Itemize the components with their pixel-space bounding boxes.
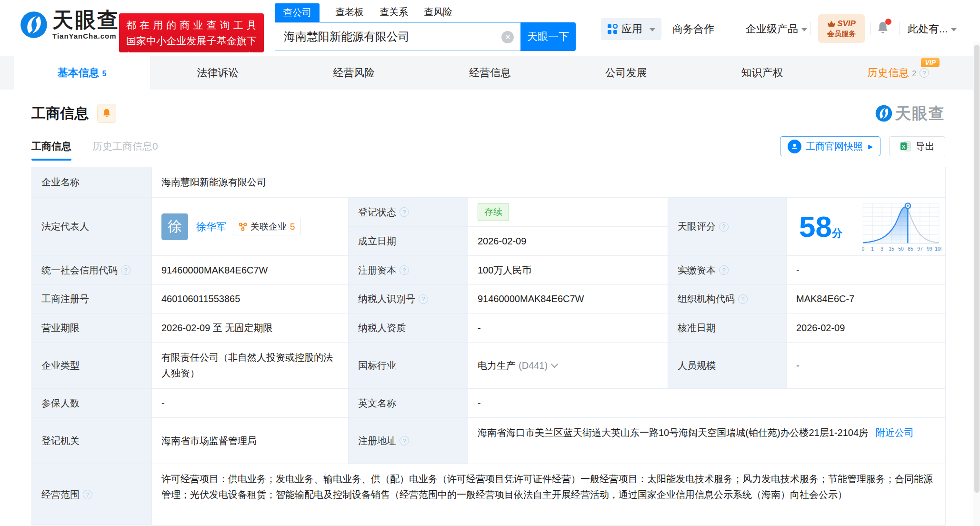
logo-swirl-icon <box>875 105 892 122</box>
nav-enterprise[interactable]: 企业级产品 <box>746 18 807 40</box>
related-companies-badge[interactable]: 关联企业 5 <box>233 218 301 235</box>
field-value-credit-code: 91460000MAK84E6C7W <box>152 256 349 285</box>
svg-text:97: 97 <box>917 246 923 251</box>
stamp-icon <box>788 140 801 153</box>
field-label-taxpayer-id: 纳税人识别号? <box>349 285 468 314</box>
logo-title: 天眼查 <box>52 10 120 30</box>
svip-member-button[interactable]: SVIP 会员服务 <box>818 14 865 43</box>
field-label-est-date: 成立日期 <box>349 227 468 256</box>
field-label-org-code: 组织机构代码? <box>668 285 787 314</box>
business-info-table: 企业名称 海南慧阳新能源有限公司 法定代表人 徐 徐华军 关联企业 5 登记状态… <box>31 167 945 526</box>
official-snapshot-button[interactable]: 工商官网快照 ▶ <box>780 136 880 156</box>
help-icon[interactable]: ? <box>400 207 409 217</box>
subscribe-bell-button[interactable] <box>97 104 116 123</box>
nearby-companies-link[interactable]: 附近公司 <box>876 427 914 438</box>
field-value-insured-count: - <box>152 389 349 418</box>
legal-rep-link[interactable]: 徐华军 <box>196 220 226 233</box>
tab-legal[interactable]: 法律诉讼 <box>150 56 286 90</box>
industry-code: (D441) <box>519 360 548 371</box>
tab-basic-info[interactable]: 基本信息 5 <box>14 56 150 90</box>
help-icon[interactable]: ? <box>121 265 130 275</box>
logo-swirl-icon <box>20 11 48 39</box>
related-count: 5 <box>290 222 295 232</box>
export-label: 导出 <box>916 140 935 153</box>
search-button[interactable]: 天眼一下 <box>520 22 576 51</box>
svip-service-label: 会员服务 <box>827 30 856 39</box>
field-value-legal-rep: 徐 徐华军 关联企业 5 <box>152 198 349 256</box>
tab-operation-risk[interactable]: 经营风险 <box>286 56 422 90</box>
help-icon[interactable]: ? <box>419 294 428 304</box>
help-icon[interactable]: ? <box>400 436 409 445</box>
tianyancha-logo[interactable]: 天眼查 TianYanCha.com <box>20 10 120 40</box>
tab-count: 2 <box>912 70 916 78</box>
tab-intellectual-property[interactable]: 知识产权 <box>694 56 830 90</box>
help-icon[interactable]: ? <box>400 265 409 275</box>
svg-text:1: 1 <box>871 246 874 251</box>
svg-text:15: 15 <box>889 246 894 251</box>
avatar[interactable]: 徐 <box>161 213 188 240</box>
scrollbar[interactable] <box>973 42 980 526</box>
field-value-reg-capital: 100万人民币 <box>468 256 668 285</box>
scrollbar-thumb[interactable] <box>974 45 980 493</box>
search-tab-risk[interactable]: 查风险 <box>424 6 452 22</box>
chevron-down-icon <box>801 28 807 31</box>
tab-operation-info[interactable]: 经营信息 <box>422 56 558 90</box>
svg-text:0: 0 <box>861 246 864 251</box>
export-button[interactable]: X 导出 <box>889 136 945 156</box>
notification-dot <box>885 19 891 25</box>
excel-icon: X <box>900 141 911 152</box>
search-tab-boss[interactable]: 查老板 <box>335 6 364 22</box>
search-input[interactable] <box>275 30 485 43</box>
chevron-down-icon[interactable] <box>551 360 559 368</box>
nav-user-menu[interactable]: 此处有... <box>908 18 957 40</box>
subtab-business-info[interactable]: 工商信息 <box>31 140 71 153</box>
help-icon[interactable]: ? <box>719 265 729 275</box>
field-value-staff-size: - <box>787 343 946 389</box>
field-label-company-type: 企业类型 <box>32 343 152 389</box>
search-input-wrap: ✕ <box>275 22 520 51</box>
nav-divider <box>870 22 871 35</box>
page-header: 天眼查 TianYanCha.com 都在用的商业查询工具 国家中小企业发展子基… <box>0 0 980 56</box>
field-value-org-code: MAK84E6C-7 <box>787 285 946 314</box>
clear-search-icon[interactable]: ✕ <box>501 31 514 43</box>
snapshot-label: 工商官网快照 <box>806 140 863 153</box>
arrow-right-icon: ▶ <box>868 143 873 150</box>
notification-bell-icon[interactable] <box>876 21 890 37</box>
nav-user-label: 此处有... <box>908 22 948 36</box>
subtab-history-business-info[interactable]: 历史工商信息0 <box>92 140 158 153</box>
field-label-reg-address: 注册地址? <box>349 418 468 464</box>
section-title: 工商信息 <box>31 104 89 123</box>
tab-label: 法律诉讼 <box>197 66 239 80</box>
nav-divider <box>661 22 661 35</box>
help-icon[interactable]: ? <box>83 490 92 499</box>
search-tab-relation[interactable]: 查关系 <box>380 6 408 22</box>
nav-cooperation[interactable]: 商务合作 <box>672 18 714 40</box>
help-icon[interactable]: ? <box>920 68 929 78</box>
tab-company-development[interactable]: 公司发展 <box>558 56 694 90</box>
tab-history-info[interactable]: VIP 历史信息 2 ? <box>830 56 966 90</box>
score-distribution-chart: 0 1 3 15 50 85 97 99 100 <box>858 201 941 253</box>
vip-badge: VIP <box>921 58 940 67</box>
field-value-company-type: 有限责任公司（非自然人投资或控股的法人独资） <box>152 343 349 389</box>
help-icon[interactable]: ? <box>738 294 748 304</box>
search-tabs: 查公司 查老板 查关系 查风险 <box>275 6 576 22</box>
field-value-industry[interactable]: 电力生产 (D441) <box>468 343 668 389</box>
svg-text:99: 99 <box>927 246 932 251</box>
help-icon[interactable]: ? <box>719 222 729 232</box>
nav-cooperation-label: 商务合作 <box>672 22 714 36</box>
field-label-approval-date: 核准日期 <box>668 314 787 343</box>
logo-domain: TianYanCha.com <box>52 32 120 40</box>
industry-value: 电力生产 <box>478 359 516 372</box>
field-label-business-term: 营业期限 <box>32 314 152 343</box>
search-area: 查公司 查老板 查关系 查风险 ✕ 天眼一下 <box>275 6 576 51</box>
tab-label: 公司发展 <box>605 66 647 80</box>
field-label-taxpayer-quality: 纳税人资质 <box>349 314 468 343</box>
field-label-english-name: 英文名称 <box>349 389 468 418</box>
field-label-reg-authority: 登记机关 <box>32 418 152 464</box>
field-label-reg-status: 登记状态? <box>349 198 468 227</box>
nav-apps-button[interactable]: 应用 <box>601 18 661 40</box>
field-value-reg-authority: 海南省市场监督管理局 <box>152 418 349 464</box>
field-label-legal-rep: 法定代表人 <box>32 198 152 256</box>
search-tab-company[interactable]: 查公司 <box>275 3 320 22</box>
field-value-score[interactable]: 58分 <box>787 198 946 256</box>
